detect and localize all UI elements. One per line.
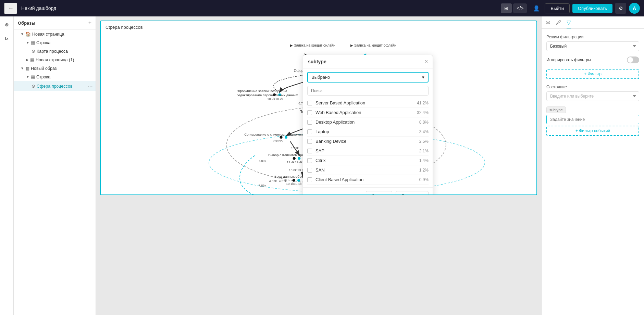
chevron-down-icon: ▼ xyxy=(26,75,29,79)
ignore-filters-label: Игнорировать фильтры xyxy=(546,58,591,62)
code-view-button[interactable]: </> xyxy=(513,3,527,13)
subtype-header: subtype × xyxy=(303,55,433,68)
subtype-item-pct: 2.1% xyxy=(415,149,429,153)
tree-item-row-1[interactable]: ▼ ▦ Строка xyxy=(14,38,96,47)
tree-item-label: Новая страница (1) xyxy=(36,58,93,62)
filter-tab-icon[interactable]: ▽ xyxy=(567,19,571,28)
subtype-item-pct: 32.4% xyxy=(415,110,429,115)
filter-tag-section: subtype + Фильтр событий xyxy=(546,106,639,136)
subtype-selected-label: Выбрано xyxy=(311,75,330,80)
svg-text:13.8k: 13.8k xyxy=(289,168,297,172)
subtype-item-pct: 0.9% xyxy=(415,177,429,182)
right-panel-tabs: ✉ 🖌 ▽ xyxy=(542,16,644,29)
mail-tab-icon[interactable]: ✉ xyxy=(546,19,550,28)
tree-header-label: Образы xyxy=(18,21,35,26)
layers-icon[interactable]: ⊗ xyxy=(1,19,12,30)
subtype-search-input[interactable] xyxy=(307,86,429,96)
formula-icon[interactable]: fx xyxy=(1,33,12,44)
state-select[interactable]: Введите или выберите xyxy=(546,91,639,101)
navbar: ← Некий дашборд ⊞ </> 👤 Выйти Опубликова… xyxy=(0,0,644,16)
add-event-filter-button[interactable]: + Фильтр событий xyxy=(546,126,639,136)
subtype-item-name: Laptop xyxy=(315,129,415,134)
subtype-actions: Отмена Применить xyxy=(303,187,433,195)
subtype-checkbox[interactable] xyxy=(307,101,312,105)
settings-button[interactable]: ⚙ xyxy=(615,3,626,14)
state-label: Состояние xyxy=(546,85,639,89)
svg-text:4.57k: 4.57k xyxy=(279,179,287,183)
subtype-list-item[interactable]: Desktop Application 8.8% xyxy=(307,117,429,127)
subtype-checkbox[interactable] xyxy=(307,187,312,188)
subtype-checkbox[interactable] xyxy=(307,110,312,115)
tree-item-row-2[interactable]: ▼ ▦ Строка xyxy=(14,73,96,81)
svg-point-74 xyxy=(297,179,300,182)
subtype-list-item[interactable]: Server Based Application 41.2% xyxy=(307,98,429,108)
svg-text:19.4k: 19.4k xyxy=(295,161,303,164)
subtype-checkbox[interactable] xyxy=(307,129,312,134)
tree-item-new-view[interactable]: ▼ ▦ Новый образ xyxy=(14,64,96,73)
map-icon: ⊙ xyxy=(32,49,35,54)
subtype-list-item[interactable]: Laptop 3.4% xyxy=(307,127,429,137)
tree-item-label: Строка xyxy=(36,75,93,79)
subtype-item-name: Server Based Application xyxy=(315,100,415,105)
state-section: Состояние Введите или выберите xyxy=(546,85,639,101)
subtype-list-item[interactable]: Database 0.7% xyxy=(307,185,429,187)
tree-item-label: Сфера процессов xyxy=(37,84,86,89)
subtype-close-button[interactable]: × xyxy=(425,59,428,65)
content-area: Сфера процессов xyxy=(96,16,541,315)
more-icon[interactable]: ⋯ xyxy=(87,83,93,89)
subtype-checkbox[interactable] xyxy=(307,139,312,144)
svg-text:4.57k: 4.57k xyxy=(269,179,277,183)
svg-text:10.1k: 10.1k xyxy=(294,182,302,186)
tree-item-process-sphere[interactable]: ⊙ Сфера процессов ⋯ xyxy=(14,81,96,91)
subtype-list-item[interactable]: Banking Device 2.5% xyxy=(307,137,429,146)
subtype-list-item[interactable]: SAP 2.1% xyxy=(307,146,429,156)
add-filter-button[interactable]: + Фильтр xyxy=(546,69,639,79)
subtype-list-item[interactable]: SAN 1.2% xyxy=(307,165,429,175)
grid-icon: ▦ xyxy=(31,74,35,79)
ignore-filters-row: Игнорировать фильтры xyxy=(546,56,639,63)
ignore-filters-toggle[interactable] xyxy=(627,56,639,63)
svg-point-59 xyxy=(285,136,287,139)
filter-mode-section: Режим фильтрации Базовый Расширенный xyxy=(546,35,639,51)
subtype-item-name: Desktop Application xyxy=(315,119,415,125)
grid-icon: ▦ xyxy=(31,40,35,45)
svg-text:7.89k: 7.89k xyxy=(258,184,266,187)
brush-tab-icon[interactable]: 🖌 xyxy=(556,20,561,28)
subtype-title: subtype xyxy=(308,59,326,64)
subtype-list-item[interactable]: Client Based Application 0.9% xyxy=(307,175,429,185)
tree-add-button[interactable]: + xyxy=(88,20,91,26)
filter-value-input[interactable] xyxy=(546,115,639,124)
subtype-popup: subtype × Выбрано ▾ Server Based Applica… xyxy=(303,55,433,195)
chevron-down-icon: ▼ xyxy=(21,66,24,70)
tree-item-new-page[interactable]: ▼ 🏠 Новая страница xyxy=(14,30,96,38)
subtype-list-item[interactable]: Web Based Application 32.4% xyxy=(307,108,429,117)
canvas-wrapper: Сфера процессов xyxy=(96,16,541,315)
home-icon: 🏠 xyxy=(25,32,31,37)
back-button[interactable]: ← xyxy=(4,3,17,14)
person-icon[interactable]: 👤 xyxy=(531,3,542,14)
subtype-checkbox[interactable] xyxy=(307,120,312,125)
avatar[interactable]: A xyxy=(629,3,640,14)
cancel-button[interactable]: Отмена xyxy=(366,191,392,195)
tree-item-process-map[interactable]: ⊙ Карта процесса xyxy=(14,47,96,55)
tree-item-label: Новая страница xyxy=(32,32,93,37)
subtype-selected-row[interactable]: Выбрано ▾ xyxy=(307,72,429,83)
add-filter-section: + Фильтр xyxy=(546,69,639,79)
subtype-checkbox[interactable] xyxy=(307,177,312,182)
publish-button[interactable]: Опубликовать xyxy=(572,4,612,13)
subtype-item-pct: 1.4% xyxy=(415,158,429,163)
subtype-item-name: Client Based Application xyxy=(315,177,415,182)
svg-point-69 xyxy=(298,157,300,160)
exit-button[interactable]: Выйти xyxy=(545,3,570,13)
subtype-checkbox[interactable] xyxy=(307,168,312,173)
filter-mode-select[interactable]: Базовый Расширенный xyxy=(546,41,639,51)
tree-item-label: Карта процесса xyxy=(37,49,93,54)
subtype-checkbox[interactable] xyxy=(307,158,312,163)
main-area: ⊗ fx Образы + ▼ 🏠 Новая страница ▼ ▦ Стр… xyxy=(0,16,644,315)
subtype-item-name: Banking Device xyxy=(315,139,415,144)
subtype-list-item[interactable]: Citrix 1.4% xyxy=(307,156,429,165)
apply-button[interactable]: Применить xyxy=(396,191,429,195)
layout-view-button[interactable]: ⊞ xyxy=(501,3,512,13)
tree-item-new-page-1[interactable]: ▶ ▦ Новая страница (1) xyxy=(14,55,96,64)
subtype-checkbox[interactable] xyxy=(307,149,312,153)
